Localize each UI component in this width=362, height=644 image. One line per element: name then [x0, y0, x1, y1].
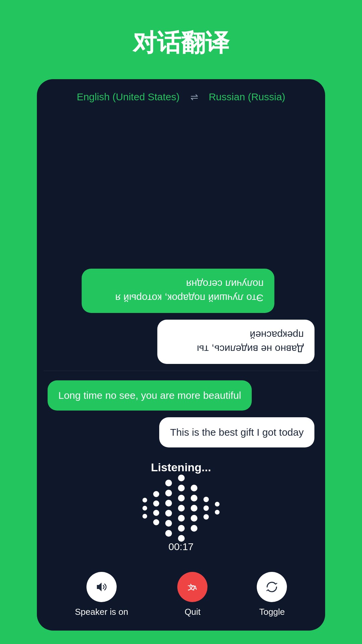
phone-card: English (United States) ⇌ Russian (Russi…: [37, 79, 325, 631]
quit-button[interactable]: 文 A: [177, 572, 207, 602]
wave-col-3: [165, 480, 172, 537]
speaker-button[interactable]: [86, 572, 117, 602]
message-bubble-4: This is the best gift I got today: [159, 417, 314, 447]
language-bar: English (United States) ⇌ Russian (Russi…: [37, 79, 325, 111]
toggle-control[interactable]: Toggle: [257, 572, 287, 617]
language-left[interactable]: English (United States): [77, 91, 180, 103]
message-text-1: Это лучший подарок, который я получил се…: [82, 269, 275, 313]
translate-icon: 文 A: [185, 580, 200, 594]
message-bubble-2: Давно не виделись, ты прекрасней: [129, 320, 314, 364]
conversation-lower: Long time no see, you are more beautiful…: [37, 371, 325, 454]
wave-col-4: [178, 475, 185, 542]
listening-status: Listening...: [151, 461, 211, 474]
refresh-icon: [264, 580, 279, 594]
toggle-label: Toggle: [259, 607, 285, 617]
wave-col-1: [142, 498, 147, 519]
message-text-3: Long time no see, you are more beautiful: [58, 390, 241, 401]
timer: 00:17: [168, 541, 193, 552]
bottom-controls: Speaker is on 文 A Quit: [37, 565, 325, 631]
swap-icon[interactable]: ⇌: [190, 92, 198, 103]
message-bubble-1: Это лучший подарок, который я получил се…: [48, 269, 275, 313]
wave-col-5: [191, 485, 197, 532]
wave-col-7: [215, 502, 220, 515]
listening-section: Listening...: [37, 454, 325, 565]
quit-label: Quit: [185, 607, 201, 617]
language-right[interactable]: Russian (Russia): [209, 91, 285, 103]
wave-col-2: [153, 491, 159, 525]
app-title: 对话翻译: [133, 27, 229, 59]
message-bubble-3: Long time no see, you are more beautiful: [48, 380, 252, 411]
speaker-label: Speaker is on: [75, 607, 128, 617]
quit-control[interactable]: 文 A Quit: [177, 572, 207, 617]
toggle-button[interactable]: [257, 572, 287, 602]
speaker-icon: [94, 580, 109, 594]
waveform: [142, 485, 220, 532]
speaker-control[interactable]: Speaker is on: [75, 572, 128, 617]
conversation-upper: Это лучший подарок, который я получил се…: [37, 111, 325, 371]
message-text-4: This is the best gift I got today: [170, 427, 304, 438]
wave-col-6: [203, 497, 209, 520]
message-text-2: Давно не виделись, ты прекрасней: [157, 320, 314, 364]
